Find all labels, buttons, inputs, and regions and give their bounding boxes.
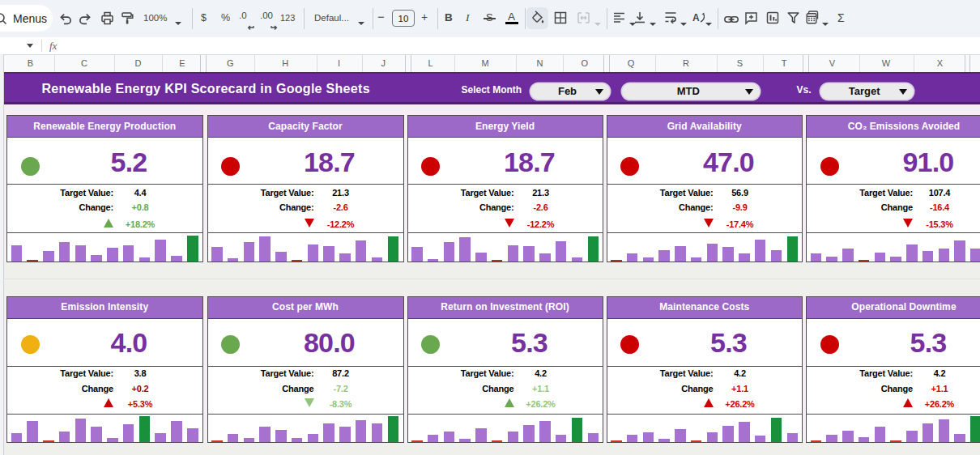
svg-text:A: A: [692, 12, 700, 23]
